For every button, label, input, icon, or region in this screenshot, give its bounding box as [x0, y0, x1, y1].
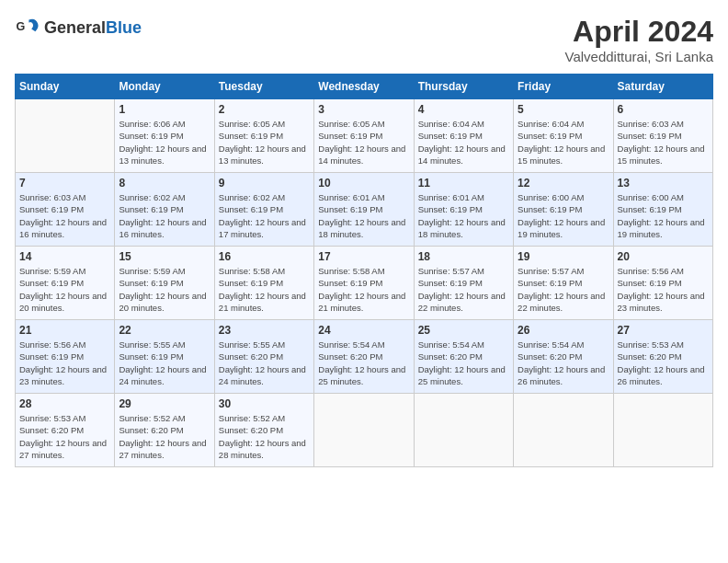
- day-info: Sunrise: 5:52 AMSunset: 6:20 PMDaylight:…: [119, 412, 210, 461]
- day-info: Sunrise: 5:53 AMSunset: 6:20 PMDaylight:…: [19, 412, 110, 461]
- day-info: Sunrise: 6:05 AMSunset: 6:19 PMDaylight:…: [318, 118, 409, 167]
- svg-text:G: G: [16, 20, 25, 33]
- day-info: Sunrise: 5:55 AMSunset: 6:19 PMDaylight:…: [119, 339, 210, 387]
- calendar-cell: 18Sunrise: 5:57 AMSunset: 6:19 PMDayligh…: [414, 247, 513, 320]
- header-saturday: Saturday: [613, 75, 712, 99]
- day-info: Sunrise: 5:52 AMSunset: 6:20 PMDaylight:…: [219, 412, 310, 461]
- calendar-cell: 28Sunrise: 5:53 AMSunset: 6:20 PMDayligh…: [16, 394, 115, 467]
- day-info: Sunrise: 6:02 AMSunset: 6:19 PMDaylight:…: [219, 191, 310, 240]
- day-info: Sunrise: 6:00 AMSunset: 6:19 PMDaylight:…: [618, 191, 709, 240]
- calendar-cell: 9Sunrise: 6:02 AMSunset: 6:19 PMDaylight…: [214, 173, 313, 247]
- calendar-cell: [514, 394, 613, 467]
- calendar-cell: [414, 394, 513, 467]
- calendar-cell: 7Sunrise: 6:03 AMSunset: 6:19 PMDaylight…: [16, 173, 115, 247]
- day-number: 22: [119, 324, 210, 337]
- day-number: 18: [418, 250, 509, 263]
- day-number: 13: [618, 177, 709, 190]
- calendar-cell: [613, 394, 712, 467]
- day-number: 7: [19, 177, 110, 190]
- day-number: 25: [418, 324, 509, 337]
- calendar-cell: 13Sunrise: 6:00 AMSunset: 6:19 PMDayligh…: [613, 173, 712, 247]
- calendar-cell: 1Sunrise: 6:06 AMSunset: 6:19 PMDaylight…: [115, 99, 214, 173]
- calendar-week-3: 14Sunrise: 5:59 AMSunset: 6:19 PMDayligh…: [16, 247, 713, 320]
- day-number: 10: [318, 177, 409, 190]
- day-info: Sunrise: 6:03 AMSunset: 6:19 PMDaylight:…: [618, 118, 709, 167]
- day-number: 1: [119, 103, 210, 116]
- day-info: Sunrise: 5:55 AMSunset: 6:20 PMDaylight:…: [219, 339, 310, 387]
- calendar-table: SundayMondayTuesdayWednesdayThursdayFrid…: [15, 74, 713, 467]
- day-number: 27: [618, 324, 709, 337]
- day-number: 19: [518, 250, 609, 263]
- day-info: Sunrise: 5:57 AMSunset: 6:19 PMDaylight:…: [518, 265, 609, 314]
- day-number: 4: [418, 103, 509, 116]
- day-number: 6: [618, 103, 709, 116]
- day-info: Sunrise: 5:53 AMSunset: 6:20 PMDaylight:…: [618, 339, 709, 387]
- day-number: 30: [219, 397, 310, 410]
- calendar-cell: 29Sunrise: 5:52 AMSunset: 6:20 PMDayligh…: [115, 394, 214, 467]
- calendar-cell: 15Sunrise: 5:59 AMSunset: 6:19 PMDayligh…: [115, 247, 214, 320]
- calendar-cell: 14Sunrise: 5:59 AMSunset: 6:19 PMDayligh…: [16, 247, 115, 320]
- day-number: 5: [518, 103, 609, 116]
- calendar-cell: 26Sunrise: 5:54 AMSunset: 6:20 PMDayligh…: [514, 320, 613, 394]
- day-info: Sunrise: 6:04 AMSunset: 6:19 PMDaylight:…: [418, 118, 509, 167]
- day-info: Sunrise: 5:59 AMSunset: 6:19 PMDaylight:…: [19, 265, 110, 314]
- calendar-cell: 25Sunrise: 5:54 AMSunset: 6:20 PMDayligh…: [414, 320, 513, 394]
- day-info: Sunrise: 5:54 AMSunset: 6:20 PMDaylight:…: [318, 339, 409, 387]
- day-number: 3: [318, 103, 409, 116]
- calendar-week-4: 21Sunrise: 5:56 AMSunset: 6:19 PMDayligh…: [16, 320, 713, 394]
- day-info: Sunrise: 5:57 AMSunset: 6:19 PMDaylight:…: [418, 265, 509, 314]
- day-info: Sunrise: 5:56 AMSunset: 6:19 PMDaylight:…: [618, 265, 709, 314]
- logo: G GeneralBlue: [15, 15, 142, 40]
- day-number: 26: [518, 324, 609, 337]
- calendar-cell: 2Sunrise: 6:05 AMSunset: 6:19 PMDaylight…: [214, 99, 313, 173]
- day-number: 17: [318, 250, 409, 263]
- logo-icon: G: [15, 15, 40, 40]
- calendar-cell: 5Sunrise: 6:04 AMSunset: 6:19 PMDaylight…: [514, 99, 613, 173]
- day-number: 12: [518, 177, 609, 190]
- day-number: 29: [119, 397, 210, 410]
- month-title: April 2024: [565, 15, 713, 49]
- calendar-cell: 11Sunrise: 6:01 AMSunset: 6:19 PMDayligh…: [414, 173, 513, 247]
- calendar-cell: 8Sunrise: 6:02 AMSunset: 6:19 PMDaylight…: [115, 173, 214, 247]
- day-info: Sunrise: 5:59 AMSunset: 6:19 PMDaylight:…: [119, 265, 210, 314]
- calendar-cell: 10Sunrise: 6:01 AMSunset: 6:19 PMDayligh…: [314, 173, 414, 247]
- calendar-cell: 20Sunrise: 5:56 AMSunset: 6:19 PMDayligh…: [613, 247, 712, 320]
- calendar-week-1: 1Sunrise: 6:06 AMSunset: 6:19 PMDaylight…: [16, 99, 713, 173]
- day-info: Sunrise: 5:58 AMSunset: 6:19 PMDaylight:…: [219, 265, 310, 314]
- day-info: Sunrise: 5:58 AMSunset: 6:19 PMDaylight:…: [318, 265, 409, 314]
- page-header: G GeneralBlue April 2024 Valvedditturai,…: [15, 15, 713, 64]
- day-info: Sunrise: 5:54 AMSunset: 6:20 PMDaylight:…: [418, 339, 509, 387]
- day-info: Sunrise: 6:00 AMSunset: 6:19 PMDaylight:…: [518, 191, 609, 240]
- day-info: Sunrise: 6:01 AMSunset: 6:19 PMDaylight:…: [318, 191, 409, 240]
- day-info: Sunrise: 6:02 AMSunset: 6:19 PMDaylight:…: [119, 191, 210, 240]
- day-number: 21: [19, 324, 110, 337]
- day-number: 11: [418, 177, 509, 190]
- calendar-cell: 3Sunrise: 6:05 AMSunset: 6:19 PMDaylight…: [314, 99, 414, 173]
- day-info: Sunrise: 5:56 AMSunset: 6:19 PMDaylight:…: [19, 339, 110, 387]
- day-number: 15: [119, 250, 210, 263]
- day-info: Sunrise: 6:03 AMSunset: 6:19 PMDaylight:…: [19, 191, 110, 240]
- calendar-cell: 27Sunrise: 5:53 AMSunset: 6:20 PMDayligh…: [613, 320, 712, 394]
- day-number: 23: [219, 324, 310, 337]
- calendar-cell: 23Sunrise: 5:55 AMSunset: 6:20 PMDayligh…: [214, 320, 313, 394]
- calendar-cell: 24Sunrise: 5:54 AMSunset: 6:20 PMDayligh…: [314, 320, 414, 394]
- day-number: 16: [219, 250, 310, 263]
- calendar-cell: 22Sunrise: 5:55 AMSunset: 6:19 PMDayligh…: [115, 320, 214, 394]
- calendar-cell: 6Sunrise: 6:03 AMSunset: 6:19 PMDaylight…: [613, 99, 712, 173]
- calendar-cell: [314, 394, 414, 467]
- calendar-cell: [16, 99, 115, 173]
- calendar-cell: 17Sunrise: 5:58 AMSunset: 6:19 PMDayligh…: [314, 247, 414, 320]
- calendar-cell: 16Sunrise: 5:58 AMSunset: 6:19 PMDayligh…: [214, 247, 313, 320]
- day-number: 8: [119, 177, 210, 190]
- header-thursday: Thursday: [414, 75, 513, 99]
- day-info: Sunrise: 6:06 AMSunset: 6:19 PMDaylight:…: [119, 118, 210, 167]
- header-wednesday: Wednesday: [314, 75, 414, 99]
- day-number: 14: [19, 250, 110, 263]
- header-tuesday: Tuesday: [214, 75, 313, 99]
- calendar-cell: 21Sunrise: 5:56 AMSunset: 6:19 PMDayligh…: [16, 320, 115, 394]
- day-number: 9: [219, 177, 310, 190]
- day-number: 24: [318, 324, 409, 337]
- day-info: Sunrise: 6:04 AMSunset: 6:19 PMDaylight:…: [518, 118, 609, 167]
- calendar-cell: 30Sunrise: 5:52 AMSunset: 6:20 PMDayligh…: [214, 394, 313, 467]
- calendar-cell: 19Sunrise: 5:57 AMSunset: 6:19 PMDayligh…: [514, 247, 613, 320]
